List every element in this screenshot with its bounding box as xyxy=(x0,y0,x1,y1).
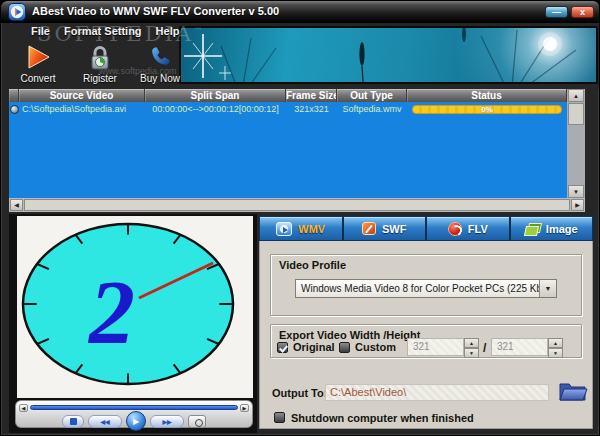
seek-left-icon[interactable]: ◀ xyxy=(19,404,28,412)
top-toolbar-area: SOFTPEDIA™ www.softpedia.com File Format… xyxy=(3,23,599,89)
column-split-span[interactable]: Split Span xyxy=(145,89,286,102)
height-stepper: 321 ▲ ▼ xyxy=(491,338,563,356)
horizontal-scroll-thumb[interactable] xyxy=(24,199,570,211)
scroll-down-icon[interactable]: ▼ xyxy=(568,185,584,198)
progress-bar: 0% xyxy=(412,105,562,114)
file-type-icon xyxy=(10,105,19,114)
app-icon xyxy=(8,3,26,21)
play-button[interactable]: ▶ xyxy=(126,411,146,431)
file-table-body: C:\Softpedia\Softpedia.avi 00:00:00<-->0… xyxy=(9,102,567,198)
minimize-button[interactable]: — xyxy=(545,6,568,18)
register-button[interactable]: Rigister xyxy=(71,42,129,88)
original-checkbox[interactable] xyxy=(277,342,288,353)
column-frame-size[interactable]: Frame Size xyxy=(286,89,337,102)
video-profile-selected-value: Windows Media Video 8 for Color Pocket P… xyxy=(296,283,539,294)
browse-folder-button[interactable] xyxy=(558,380,588,402)
cell-frame-size: 321x321 xyxy=(286,104,337,114)
stop-button[interactable] xyxy=(62,415,84,428)
column-source-video[interactable]: Source Video xyxy=(19,89,145,102)
column-out-type[interactable]: Out Type xyxy=(337,89,407,102)
window-title: ABest Video to WMV SWF FLV Converter v 5… xyxy=(32,5,279,17)
column-icon[interactable] xyxy=(9,89,19,102)
export-size-title: Export Video Width /Height xyxy=(279,329,420,341)
menu-file[interactable]: File xyxy=(31,25,50,40)
chevron-down-icon[interactable]: ▼ xyxy=(539,280,556,297)
image-photos-icon xyxy=(525,223,540,235)
buy-now-button[interactable]: Buy Now xyxy=(131,42,189,88)
flv-sphere-icon xyxy=(448,222,462,236)
scroll-left-icon[interactable]: ◀ xyxy=(10,199,23,211)
menu-format-setting[interactable]: Format Setting xyxy=(64,25,142,40)
shutdown-checkbox[interactable] xyxy=(274,412,285,423)
vertical-scroll-thumb[interactable] xyxy=(568,103,584,125)
wmv-settings-body: Video Profile Windows Media Video 8 for … xyxy=(259,241,593,429)
cell-out-type: Softpedia.wmv xyxy=(337,104,407,114)
column-status[interactable]: Status xyxy=(407,89,567,102)
height-spin-up-icon[interactable]: ▲ xyxy=(548,338,563,348)
phone-icon xyxy=(148,42,172,72)
seek-right-icon[interactable]: ▶ xyxy=(240,404,249,412)
app-window: ABest Video to WMV SWF FLV Converter v 5… xyxy=(0,0,600,436)
close-button[interactable]: x xyxy=(571,6,594,18)
settings-panel: WMV SWF FLV Image Video Profile Windows … xyxy=(259,214,593,429)
menu-help[interactable]: Help xyxy=(156,25,180,40)
video-preview-frame: 2 xyxy=(17,216,253,398)
video-preview-panel: 2 ◀ ▶ ◀◀ ▶ ▶▶ xyxy=(9,214,257,433)
shutdown-label: Shutdown computer when finished xyxy=(291,412,474,424)
tab-flv[interactable]: FLV xyxy=(425,217,509,240)
wmv-player-icon xyxy=(276,222,292,236)
video-profile-title: Video Profile xyxy=(279,259,346,271)
width-stepper: 321 ▲ ▼ xyxy=(407,338,479,356)
lock-icon xyxy=(88,42,112,72)
promo-banner-image xyxy=(179,26,598,84)
convert-play-icon xyxy=(25,42,51,72)
custom-label: Custom xyxy=(355,341,396,353)
tab-image[interactable]: Image xyxy=(509,217,593,240)
original-label: Original xyxy=(293,341,335,353)
tab-wmv[interactable]: WMV xyxy=(260,217,342,240)
height-field[interactable]: 321 xyxy=(491,338,548,356)
height-spin-down-icon[interactable]: ▼ xyxy=(548,348,563,358)
stop-icon xyxy=(70,418,77,425)
clock-video-still: 2 xyxy=(17,216,253,398)
table-row[interactable]: C:\Softpedia\Softpedia.avi 00:00:00<-->0… xyxy=(9,102,567,116)
output-path-field[interactable]: C:\Abest\Video\ xyxy=(325,384,549,401)
scroll-up-icon[interactable]: ▲ xyxy=(568,89,584,102)
convert-button[interactable]: Convert xyxy=(9,42,67,88)
menubar: File Format Setting Help xyxy=(31,25,179,40)
seek-slider[interactable] xyxy=(30,405,238,410)
titlebar: ABest Video to WMV SWF FLV Converter v 5… xyxy=(1,1,600,23)
previous-button[interactable]: ◀◀ xyxy=(88,415,122,428)
format-tabbar: WMV SWF FLV Image xyxy=(259,216,593,241)
table-vertical-scrollbar[interactable]: ▲ ▼ xyxy=(567,89,585,198)
width-spin-up-icon[interactable]: ▲ xyxy=(464,338,479,348)
table-horizontal-scrollbar[interactable]: ◀ ▶ xyxy=(9,198,585,212)
video-profile-group: Video Profile Windows Media Video 8 for … xyxy=(270,254,582,316)
tab-swf[interactable]: SWF xyxy=(342,217,426,240)
swf-pencil-icon xyxy=(362,222,376,235)
svg-text:2: 2 xyxy=(87,261,135,363)
custom-checkbox[interactable] xyxy=(339,342,350,353)
output-to-label: Output To: xyxy=(272,387,327,399)
export-size-group: Export Video Width /Height Original Cust… xyxy=(270,324,582,358)
file-table-header: Source Video Split Span Frame Size Out T… xyxy=(9,89,567,102)
video-profile-select[interactable]: Windows Media Video 8 for Color Pocket P… xyxy=(295,279,557,298)
player-controls: ◀ ▶ ◀◀ ▶ ▶▶ xyxy=(15,400,253,428)
size-separator: / xyxy=(483,341,486,355)
width-spin-down-icon[interactable]: ▼ xyxy=(464,348,479,358)
snapshot-button[interactable] xyxy=(188,415,206,428)
width-field[interactable]: 321 xyxy=(407,338,464,356)
next-button[interactable]: ▶▶ xyxy=(150,415,184,428)
cell-source-video: C:\Softpedia\Softpedia.avi xyxy=(19,104,145,114)
cell-split-span: 00:00:00<-->00:00:12[00:00:12] xyxy=(145,104,286,114)
scroll-right-icon[interactable]: ▶ xyxy=(571,199,584,211)
